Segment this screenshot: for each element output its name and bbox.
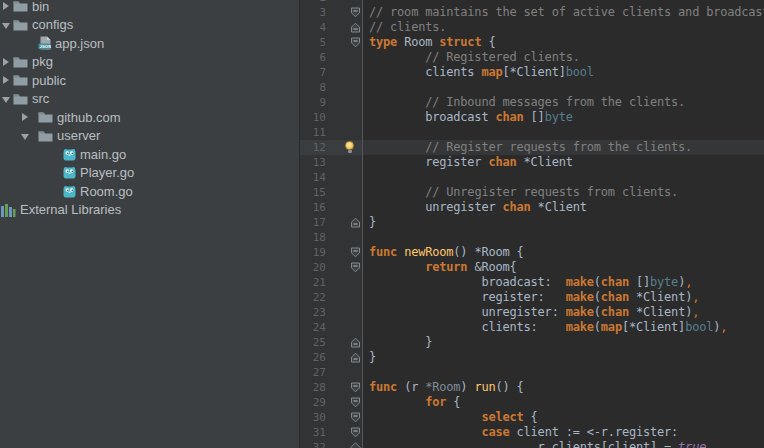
fold-column: [326, 395, 362, 410]
code-line-6[interactable]: 6 // Registered clients.: [300, 50, 764, 65]
gutter-cell[interactable]: 22: [300, 290, 363, 305]
tree-item-bin[interactable]: bin: [0, 0, 299, 16]
code-text: for {: [363, 395, 764, 410]
chevron-down-icon[interactable]: [2, 21, 10, 29]
tree-item-configs[interactable]: configs: [0, 16, 299, 35]
code-line-29[interactable]: 29 for {: [300, 395, 764, 410]
code-line-27[interactable]: 27: [300, 365, 764, 380]
code-line-5[interactable]: 5type Room struct {: [300, 35, 764, 50]
tree-item-main-go[interactable]: main.go: [0, 145, 299, 164]
gutter-cell[interactable]: 4: [300, 20, 363, 35]
code-text: [363, 230, 764, 245]
gutter-cell[interactable]: 5: [300, 35, 363, 50]
code-line-26[interactable]: 26}: [300, 350, 764, 365]
gutter-cell[interactable]: 12: [300, 140, 363, 155]
folder-icon: [13, 74, 28, 86]
gutter-cell[interactable]: 15: [300, 185, 363, 200]
code-line-21[interactable]: 21 broadcast: make(chan []byte),: [300, 275, 764, 290]
code-line-30[interactable]: 30 select {: [300, 410, 764, 425]
tree-item-label: github.com: [57, 110, 121, 125]
gutter-cell[interactable]: 25: [300, 335, 363, 350]
code-line-9[interactable]: 9 // Inbound messages from the clients.: [300, 95, 764, 110]
line-number: 20: [300, 260, 326, 275]
gutter-cell[interactable]: 14: [300, 170, 363, 185]
code-line-23[interactable]: 23 unregister: make(chan *Client),: [300, 305, 764, 320]
chevron-right-icon[interactable]: [2, 76, 10, 84]
chevron-right-icon[interactable]: [21, 113, 29, 121]
code-line-7[interactable]: 7 clients map[*Client]bool: [300, 65, 764, 80]
gutter-cell[interactable]: 9: [300, 95, 363, 110]
gutter-cell[interactable]: 30: [300, 410, 363, 425]
chevron-down-icon[interactable]: [2, 95, 10, 103]
line-number: 27: [300, 365, 326, 380]
line-number: 17: [300, 215, 326, 230]
code-line-15[interactable]: 15 // Unregister requests from clients.: [300, 185, 764, 200]
code-text: [363, 80, 764, 95]
go-file-icon: [63, 185, 76, 198]
code-line-3[interactable]: 3// room maintains the set of active cli…: [300, 5, 764, 20]
gutter-cell[interactable]: 26: [300, 350, 363, 365]
gutter-cell[interactable]: 7: [300, 65, 363, 80]
code-line-8[interactable]: 8: [300, 80, 764, 95]
code-line-12[interactable]: 12 // Register requests from the clients…: [300, 140, 764, 155]
code-line-20[interactable]: 20 return &Room{: [300, 260, 764, 275]
tree-item-player-go[interactable]: Player.go: [0, 164, 299, 183]
code-line-25[interactable]: 25 }: [300, 335, 764, 350]
gutter-cell[interactable]: 18: [300, 230, 363, 245]
chevron-right-icon[interactable]: [2, 58, 10, 66]
code-line-28[interactable]: 28func (r *Room) run() {: [300, 380, 764, 395]
code-line-16[interactable]: 16 unregister chan *Client: [300, 200, 764, 215]
code-line-17[interactable]: 17}: [300, 215, 764, 230]
gutter-cell[interactable]: 20: [300, 260, 363, 275]
gutter-cell[interactable]: 24: [300, 320, 363, 335]
gutter-cell[interactable]: 8: [300, 80, 363, 95]
gutter-cell[interactable]: 16: [300, 200, 363, 215]
code-line-18[interactable]: 18: [300, 230, 764, 245]
gutter-cell[interactable]: 21: [300, 275, 363, 290]
gutter-cell[interactable]: 6: [300, 50, 363, 65]
code-line-19[interactable]: 19func newRoom() *Room {: [300, 245, 764, 260]
tree-item-public[interactable]: public: [0, 71, 299, 90]
code-editor[interactable]: 23// room maintains the set of active cl…: [300, 0, 764, 448]
fold-column: [326, 410, 362, 425]
gutter-cell[interactable]: 17: [300, 215, 363, 230]
tree-item-label: public: [32, 73, 66, 88]
tree-item-app-json[interactable]: JSONapp.json: [0, 34, 299, 53]
tree-item-github-com[interactable]: github.com: [0, 108, 299, 127]
code-line-31[interactable]: 31 case client := <-r.register:: [300, 425, 764, 440]
gutter-cell[interactable]: 28: [300, 380, 363, 395]
gutter-cell[interactable]: 19: [300, 245, 363, 260]
line-number: 26: [300, 350, 326, 365]
gutter-cell[interactable]: 3: [300, 5, 363, 20]
code-line-10[interactable]: 10 broadcast chan []byte: [300, 110, 764, 125]
code-line-13[interactable]: 13 register chan *Client: [300, 155, 764, 170]
chevron-down-icon[interactable]: [21, 132, 29, 140]
gutter-cell[interactable]: 31: [300, 425, 363, 440]
gutter-cell[interactable]: 27: [300, 365, 363, 380]
gutter-cell[interactable]: 11: [300, 125, 363, 140]
code-line-11[interactable]: 11: [300, 125, 764, 140]
tree-item-external-libraries[interactable]: External Libraries: [0, 201, 299, 220]
code-line-22[interactable]: 22 register: make(chan *Client),: [300, 290, 764, 305]
gutter-cell[interactable]: 10: [300, 110, 363, 125]
intention-lightbulb-icon[interactable]: [343, 141, 356, 154]
tree-item-room-go[interactable]: Room.go: [0, 182, 299, 201]
line-number: 22: [300, 290, 326, 305]
code-text: type Room struct {: [363, 35, 764, 50]
tree-item-userver[interactable]: userver: [0, 127, 299, 146]
tree-item-pkg[interactable]: pkg: [0, 53, 299, 72]
tree-item-src[interactable]: src: [0, 90, 299, 109]
chevron-right-icon[interactable]: [2, 2, 10, 10]
gutter-cell[interactable]: 32: [300, 440, 363, 448]
code-text: case client := <-r.register:: [363, 425, 764, 440]
line-number: 30: [300, 410, 326, 425]
line-number: 28: [300, 380, 326, 395]
gutter-cell[interactable]: 23: [300, 305, 363, 320]
tree-item-label: Player.go: [80, 165, 134, 180]
code-line-32[interactable]: 32 r.clients[client] = true: [300, 440, 764, 448]
code-line-4[interactable]: 4// clients.: [300, 20, 764, 35]
code-line-24[interactable]: 24 clients: make(map[*Client]bool),: [300, 320, 764, 335]
gutter-cell[interactable]: 29: [300, 395, 363, 410]
code-line-14[interactable]: 14: [300, 170, 764, 185]
gutter-cell[interactable]: 13: [300, 155, 363, 170]
